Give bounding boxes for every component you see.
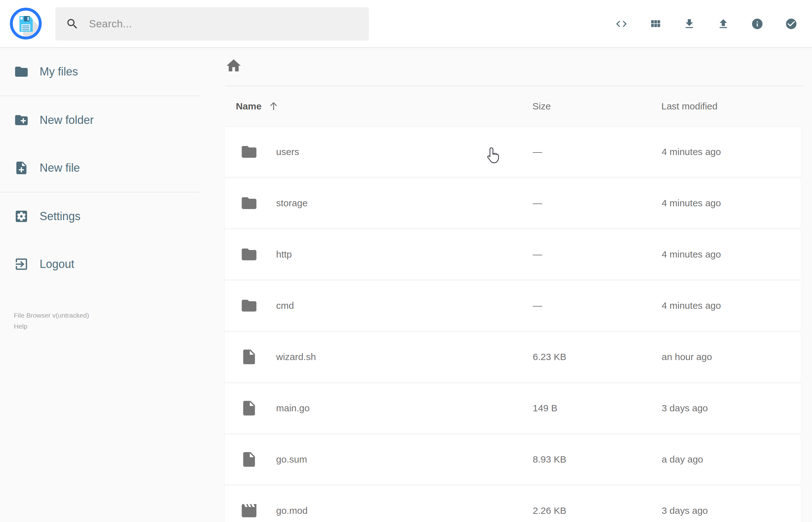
file-list: users — 4 minutes ago storage — 4 minute…: [224, 127, 801, 522]
file-name: go.mod: [276, 486, 308, 522]
file-size: 8.93 KB: [533, 435, 566, 484]
sidebar-item-my-files[interactable]: My files: [0, 48, 199, 96]
breadcrumb-divider: [225, 86, 803, 86]
file-name: wizard.sh: [276, 332, 316, 382]
file-modified: a day ago: [662, 435, 703, 484]
check-circle-icon: [785, 18, 797, 30]
download-button[interactable]: [683, 18, 696, 30]
sidebar-item-new-file[interactable]: New file: [0, 144, 199, 192]
sidebar-item-label: My files: [40, 65, 78, 78]
search-icon: [66, 17, 79, 31]
info-button[interactable]: [751, 18, 764, 30]
file-modified: 4 minutes ago: [662, 229, 721, 279]
filebrowser-app: { "topbar": { "logo_icon": "floppy-disk-…: [0, 0, 812, 522]
file-size: —: [533, 229, 542, 279]
topbar-actions: [615, 0, 797, 48]
file-size: 149 B: [533, 383, 557, 433]
file-row[interactable]: storage — 4 minutes ago: [224, 178, 801, 228]
download-icon: [683, 18, 696, 30]
file-row[interactable]: go.mod 2.26 KB 3 days ago: [224, 485, 801, 522]
file-name: go.sum: [276, 435, 307, 484]
file-name: http: [276, 229, 292, 279]
settings-icon: [14, 209, 29, 224]
file-modified: 4 minutes ago: [662, 281, 721, 330]
file-listing-area: Name Size Last modified users — 4 minute…: [199, 48, 812, 522]
code-icon: [615, 18, 628, 30]
file-modified: an hour ago: [662, 332, 712, 382]
note-add-icon: [14, 160, 29, 176]
search-input[interactable]: Search...: [89, 18, 132, 30]
file-row[interactable]: main.go 149 B 3 days ago: [224, 383, 801, 433]
folder-icon: [240, 246, 258, 263]
column-header-modified[interactable]: Last modified: [662, 97, 717, 116]
arrow-up-icon: [268, 101, 279, 112]
help-link[interactable]: Help: [14, 321, 89, 332]
exit-to-app-icon: [14, 257, 29, 272]
switch-view-button[interactable]: [649, 18, 662, 30]
sidebar-item-label: Settings: [40, 210, 81, 223]
sidebar: My files New folder New file Settings Lo…: [0, 48, 199, 522]
file-size: 6.23 KB: [533, 332, 566, 382]
file-size: 2.26 KB: [533, 486, 566, 522]
file-size: —: [533, 178, 542, 228]
folder-icon: [240, 297, 258, 315]
upload-icon: [717, 18, 730, 30]
folder-icon: [14, 64, 29, 79]
filebrowser-logo[interactable]: [9, 7, 42, 40]
upload-button[interactable]: [717, 18, 730, 30]
sidebar-footer: File Browser v(untracked) Help: [14, 310, 89, 332]
file-name: cmd: [276, 281, 294, 330]
file-row[interactable]: go.sum 8.93 KB a day ago: [224, 434, 801, 485]
info-icon: [751, 18, 764, 30]
file-row[interactable]: http — 4 minutes ago: [224, 229, 801, 280]
file-modified: 4 minutes ago: [662, 127, 721, 177]
column-header-size[interactable]: Size: [532, 97, 551, 116]
top-bar: Search...: [0, 0, 812, 48]
file-icon: [240, 348, 258, 366]
sidebar-item-new-folder[interactable]: New folder: [0, 96, 199, 144]
sidebar-item-logout[interactable]: Logout: [0, 240, 199, 288]
file-modified: 4 minutes ago: [662, 178, 721, 228]
version-text: File Browser v(untracked): [14, 310, 89, 321]
file-modified: 3 days ago: [662, 486, 708, 522]
sidebar-item-label: New folder: [40, 114, 94, 127]
column-header-name[interactable]: Name: [236, 97, 279, 116]
file-size: —: [533, 281, 542, 330]
file-size: —: [533, 127, 542, 177]
sidebar-item-label: New file: [40, 161, 80, 175]
file-row[interactable]: wizard.sh 6.23 KB an hour ago: [224, 332, 801, 382]
search-bar[interactable]: Search...: [55, 7, 369, 41]
sidebar-item-label: Logout: [40, 258, 74, 271]
file-row[interactable]: cmd — 4 minutes ago: [224, 281, 801, 331]
file-modified: 3 days ago: [662, 383, 708, 433]
folder-icon: [240, 143, 258, 161]
listing-header: Name Size Last modified: [224, 97, 801, 116]
view-module-icon: [649, 18, 662, 30]
file-row[interactable]: users — 4 minutes ago: [224, 127, 801, 177]
file-icon: [240, 450, 258, 468]
create-new-folder-icon: [14, 113, 29, 128]
file-name: storage: [276, 178, 308, 228]
file-name: main.go: [276, 383, 310, 433]
file-icon: [240, 399, 258, 417]
raw-code-button[interactable]: [615, 18, 628, 30]
select-multiple-button[interactable]: [785, 18, 797, 30]
folder-icon: [240, 194, 258, 212]
sidebar-item-settings[interactable]: Settings: [0, 193, 199, 240]
home-icon[interactable]: [225, 57, 242, 74]
file-name: users: [276, 127, 299, 177]
movie-icon: [240, 502, 258, 520]
